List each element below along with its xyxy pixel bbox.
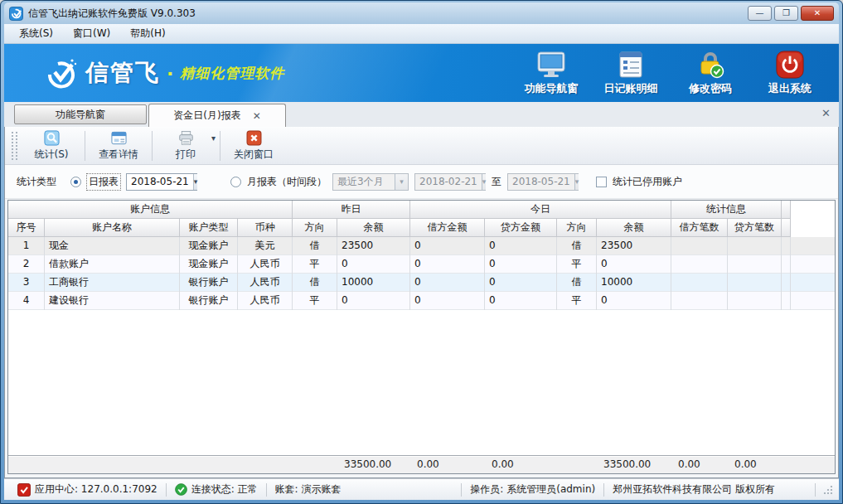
grid-cell: 3 xyxy=(8,274,45,292)
menu-help[interactable]: 帮助(H) xyxy=(122,25,173,42)
grid-cell: 10000 xyxy=(597,274,671,292)
grid-cell xyxy=(728,255,782,274)
grid-table: 账户信息昨日今日统计信息序号账户名称账户类型币种方向余额借方金额贷方金额方向余额… xyxy=(7,200,836,474)
grid-row[interactable]: 1现金现金账户美元借2350000借23500 xyxy=(8,237,835,255)
grid-cell xyxy=(671,237,728,255)
grid-header-cell[interactable]: 余额 xyxy=(337,219,410,237)
grid-cell: 现金 xyxy=(45,237,180,255)
from-date-combo: 2018-02-21 ▾ xyxy=(414,173,486,191)
daily-radio[interactable] xyxy=(70,177,81,187)
grid-cell xyxy=(671,292,728,310)
grid-row[interactable]: 2借款账户现金账户人民币平000平0 xyxy=(8,255,835,274)
stopped-accounts-label[interactable]: 统计已停用账户 xyxy=(613,175,682,189)
stopped-accounts-checkbox[interactable] xyxy=(596,177,607,187)
to-date-value: 2018-05-21 xyxy=(508,176,574,187)
grid-cell: 借 xyxy=(557,274,597,292)
resize-grip[interactable] xyxy=(822,484,834,496)
grid-cell xyxy=(671,274,728,292)
grid-summary-cell xyxy=(8,456,45,474)
grid-cell: 0 xyxy=(337,292,410,310)
tab-label: 功能导航窗 xyxy=(56,108,105,122)
tab-close-icon[interactable]: ✕ xyxy=(253,111,261,121)
grid-header-cell[interactable]: 余额 xyxy=(597,219,671,237)
daily-radio-label[interactable]: 日报表 xyxy=(87,174,120,190)
lock-icon xyxy=(695,51,725,79)
grid-cell: 平 xyxy=(293,255,337,274)
filter-row: 统计类型 日报表 2018-05-21 ▾ 月报表（时间段） 最近3个月 ▾ 2… xyxy=(5,165,838,199)
statistics-button[interactable]: 统计(S) xyxy=(21,128,82,163)
grid-row[interactable]: 3工商银行银行账户人民币借1000000借10000 xyxy=(8,274,835,292)
daily-date-combo[interactable]: 2018-05-21 ▾ xyxy=(126,173,197,191)
grid-header-cell[interactable]: 币种 xyxy=(238,219,293,237)
grid-header-stub xyxy=(782,219,791,237)
monthly-preset-value: 最近3个月 xyxy=(333,175,395,189)
grid-cell: 0 xyxy=(410,274,485,292)
maximize-button[interactable]: ❐ xyxy=(774,6,798,21)
grid-cell xyxy=(728,292,782,310)
tab-fund-report[interactable]: 资金日(月)报表 ✕ xyxy=(148,104,286,127)
menu-system[interactable]: 系统(S) xyxy=(11,25,61,42)
grid-header-cell[interactable]: 账户名称 xyxy=(45,219,180,237)
status-separator xyxy=(461,483,462,497)
exit-system-button[interactable]: 退出系统 xyxy=(756,51,824,96)
menu-window[interactable]: 窗口(W) xyxy=(65,25,119,42)
toolbar: 统计(S) 查看详情 打印 xyxy=(5,127,838,165)
tab-nav-window[interactable]: 功能导航窗 xyxy=(14,104,147,124)
toolbar-grip[interactable] xyxy=(12,132,17,160)
print-button[interactable]: 打印 xyxy=(155,128,216,163)
grid-cell: 平 xyxy=(293,292,337,310)
grid-cell: 工商银行 xyxy=(45,274,180,292)
grid-header-cell[interactable]: 借方笔数 xyxy=(671,219,728,237)
brand-bird-icon xyxy=(42,56,79,90)
connection-text: 连接状态: 正常 xyxy=(191,482,258,497)
close-button[interactable]: ✕ xyxy=(801,6,834,21)
grid-summary-cell xyxy=(238,456,293,474)
grid-cell: 人民币 xyxy=(238,292,293,310)
brand-logo: 信管飞 · 精细化管理软件 xyxy=(42,56,284,90)
grid-summary-cell: 0.00 xyxy=(728,456,782,474)
journal-detail-button[interactable]: 日记账明细 xyxy=(597,51,665,96)
monthly-radio-label[interactable]: 月报表（时间段） xyxy=(247,175,327,189)
grid-summary-cell: 0.00 xyxy=(410,456,485,474)
toolbar-button-label: 关闭窗口 xyxy=(234,148,274,162)
grid-header-cell[interactable]: 方向 xyxy=(557,219,597,237)
toolbar-button-label: 统计(S) xyxy=(35,148,69,162)
minimize-button[interactable]: — xyxy=(748,6,772,21)
account-set-status: 账套: 演示账套 xyxy=(270,482,346,497)
filter-type-label: 统计类型 xyxy=(17,175,56,189)
grid-header-cell[interactable]: 借方金额 xyxy=(410,219,485,237)
change-password-button[interactable]: 修改密码 xyxy=(676,51,744,96)
combo-arrow-icon: ▾ xyxy=(574,174,579,190)
grid-header-cell[interactable]: 方向 xyxy=(293,219,337,237)
nav-window-button[interactable]: 功能导航窗 xyxy=(517,51,585,96)
power-icon xyxy=(775,51,805,79)
grid-header-cell[interactable]: 贷方金额 xyxy=(485,219,557,237)
grid-row[interactable]: 4建设银行银行账户人民币平000平0 xyxy=(8,292,835,310)
close-window-button[interactable]: 关闭窗口 xyxy=(223,128,284,163)
grid-summary-cell xyxy=(293,456,337,474)
grid-cell: 0 xyxy=(485,255,557,274)
grid-cell: 借 xyxy=(293,274,337,292)
monthly-radio[interactable] xyxy=(230,177,241,187)
from-date-value: 2018-02-21 xyxy=(415,176,482,187)
window-title: 信管飞出纳记账软件免费版 V9.0.303 xyxy=(28,7,748,21)
strip-close-icon[interactable]: ✕ xyxy=(821,108,831,119)
combo-arrow-icon[interactable]: ▾ xyxy=(193,174,198,190)
grid-cell: 0 xyxy=(485,274,557,292)
grid-header-cell[interactable]: 账户类型 xyxy=(180,219,238,237)
view-details-button[interactable]: 查看详情 xyxy=(88,128,149,163)
banner-button-label: 日记账明细 xyxy=(604,81,658,96)
maximize-icon: ❐ xyxy=(782,9,790,17)
toolbar-button-label: 打印 xyxy=(176,148,196,162)
grid-cell xyxy=(728,274,782,292)
app-center-status: 应用中心: 127.0.0.1:7092 xyxy=(9,482,162,497)
grid-wrapper: 账户信息昨日今日统计信息序号账户名称账户类型币种方向余额借方金额贷方金额方向余额… xyxy=(5,199,838,477)
grid-cell: 借款账户 xyxy=(45,255,180,274)
print-dropdown-arrow[interactable]: ▾ xyxy=(211,133,216,143)
minimize-icon: — xyxy=(756,9,764,17)
app-icon xyxy=(9,7,23,21)
grid-cell: 0 xyxy=(337,255,410,274)
grid-header-cell[interactable]: 序号 xyxy=(8,219,45,237)
grid-header-cell[interactable]: 贷方笔数 xyxy=(728,219,782,237)
status-separator xyxy=(603,483,604,497)
